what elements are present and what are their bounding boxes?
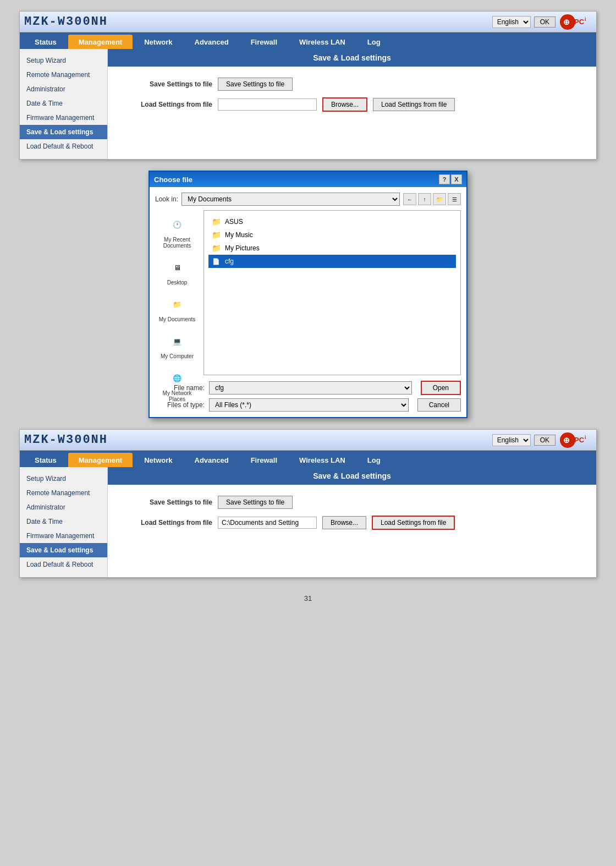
ok-button-1[interactable]: OK xyxy=(534,17,556,28)
page-number: 31 xyxy=(304,594,312,602)
browse-button-2[interactable]: Browse... xyxy=(322,516,366,529)
tab-management-2[interactable]: Management xyxy=(68,453,133,467)
shortcut-mydocs[interactable]: 📁 My Documents xyxy=(159,294,196,322)
tab-log-2[interactable]: Log xyxy=(357,453,391,467)
desktop-label: Desktop xyxy=(167,279,188,286)
filetype-select[interactable]: All Files (*.*) xyxy=(209,398,409,412)
tab-firewall-2[interactable]: Firewall xyxy=(240,453,288,467)
file-label-cfg: cfg xyxy=(225,257,234,265)
dialog-help-button[interactable]: ? xyxy=(439,174,450,184)
save-settings-button-2[interactable]: Save Settings to file xyxy=(218,496,293,509)
router-header-2: MZK-W300NH English OK ⊕ PC i xyxy=(20,430,596,451)
sidebar-item-admin-2[interactable]: Administrator xyxy=(20,500,107,514)
load-settings-input-1[interactable] xyxy=(218,98,317,111)
content-title-1: Save & Load settings xyxy=(108,49,596,67)
nav-back-icon[interactable]: ← xyxy=(403,193,416,205)
svg-text:PC: PC xyxy=(574,436,585,444)
mycomp-label: My Computer xyxy=(161,353,194,359)
file-label-asus: ASUS xyxy=(225,218,243,226)
dialog-sidebar: 🕐 My RecentDocuments 🖥 Desktop 📁 My Docu… xyxy=(155,210,199,375)
lookin-select[interactable]: My Documents xyxy=(182,193,400,206)
sidebar-item-setup-1[interactable]: Setup Wizard xyxy=(20,53,107,68)
shortcut-recent[interactable]: 🕐 My RecentDocuments xyxy=(163,215,191,249)
sidebar-item-firmware-1[interactable]: Firmware Management xyxy=(20,111,107,125)
load-settings-input-2[interactable] xyxy=(218,517,317,529)
sidebar-item-loaddefault-2[interactable]: Load Default & Reboot xyxy=(20,557,107,572)
router-header-1: MZK-W300NH English OK ⊕ PC i xyxy=(20,12,596,32)
dialog-action-col-2: Cancel xyxy=(417,398,461,412)
tab-advanced-2[interactable]: Advanced xyxy=(184,453,239,467)
router-panel-1: MZK-W300NH English OK ⊕ PC i Status Mana… xyxy=(19,11,597,160)
brand-logo-2: ⊕ PC i xyxy=(559,431,592,449)
nav-up-icon[interactable]: ↑ xyxy=(418,193,431,205)
tab-log-1[interactable]: Log xyxy=(357,35,391,49)
dialog-bottom: File name: cfg Open Files of type: All F… xyxy=(155,381,461,412)
filename-row: File name: cfg Open xyxy=(155,381,461,395)
filename-select[interactable]: cfg xyxy=(209,381,412,394)
dialog-overlay: Choose file ? X Look in: My Documents ← … xyxy=(19,171,597,418)
sidebar-item-loaddefault-1[interactable]: Load Default & Reboot xyxy=(20,139,107,154)
dialog-body: Look in: My Documents ← ↑ 📁 ☰ 🕐 My Re xyxy=(150,187,466,417)
content-body-1: Save Settings to file Save Settings to f… xyxy=(108,67,596,129)
load-settings-button-1[interactable]: Load Settings from file xyxy=(373,98,455,111)
file-item-pictures[interactable]: 📁 My Pictures xyxy=(208,242,456,255)
sidebar-1: Setup Wizard Remote Management Administr… xyxy=(20,49,108,159)
tab-network-1[interactable]: Network xyxy=(134,35,183,49)
svg-text:⊕: ⊕ xyxy=(563,18,570,26)
dialog-toolbar-icons: ← ↑ 📁 ☰ xyxy=(403,193,461,205)
sidebar-item-firmware-2[interactable]: Firmware Management xyxy=(20,529,107,543)
dialog-filelist[interactable]: 📁 ASUS 📁 My Music 📁 My Pictures 📄 cfg xyxy=(204,210,461,375)
desktop-icon: 🖥 xyxy=(167,257,187,277)
recent-label: My RecentDocuments xyxy=(163,237,191,249)
sidebar-item-datetime-1[interactable]: Date & Time xyxy=(20,96,107,111)
sidebar-item-admin-1[interactable]: Administrator xyxy=(20,82,107,96)
open-button[interactable]: Open xyxy=(421,381,461,395)
save-settings-label-1: Save Settings to file xyxy=(124,80,212,88)
file-icon-cfg: 📄 xyxy=(211,256,222,267)
file-item-asus[interactable]: 📁 ASUS xyxy=(208,215,456,228)
tab-wireless-1[interactable]: Wireless LAN xyxy=(289,35,356,49)
sidebar-item-remote-2[interactable]: Remote Management xyxy=(20,486,107,500)
lang-select-1[interactable]: English xyxy=(492,16,531,28)
folder-icon-music: 📁 xyxy=(211,229,222,240)
pci-logo-icon: ⊕ PC i xyxy=(559,13,592,31)
shortcut-mycomp[interactable]: 💻 My Computer xyxy=(161,331,194,359)
nav-tabs-2: Status Management Network Advanced Firew… xyxy=(20,451,596,467)
new-folder-icon[interactable]: 📁 xyxy=(433,193,446,205)
tab-advanced-1[interactable]: Advanced xyxy=(184,35,239,49)
view-toggle-icon[interactable]: ☰ xyxy=(448,193,461,205)
sidebar-item-setup-2[interactable]: Setup Wizard xyxy=(20,472,107,486)
lang-select-2[interactable]: English xyxy=(492,434,531,446)
sidebar-item-datetime-2[interactable]: Date & Time xyxy=(20,514,107,529)
save-settings-button-1[interactable]: Save Settings to file xyxy=(218,78,293,91)
sidebar-item-remote-1[interactable]: Remote Management xyxy=(20,68,107,82)
svg-text:i: i xyxy=(585,17,586,22)
mycomp-icon: 💻 xyxy=(167,331,187,351)
save-settings-row-2: Save Settings to file Save Settings to f… xyxy=(124,496,580,509)
tab-network-2[interactable]: Network xyxy=(134,453,183,467)
sidebar-item-save-1[interactable]: Save & Load settings xyxy=(20,125,107,139)
router-logo-2: MZK-W300NH xyxy=(24,433,108,447)
ok-button-2[interactable]: OK xyxy=(534,435,556,446)
tab-status-2[interactable]: Status xyxy=(24,453,67,467)
tab-firewall-1[interactable]: Firewall xyxy=(240,35,288,49)
load-settings-button-2[interactable]: Load Settings from file xyxy=(372,516,455,530)
pci-logo-icon-2: ⊕ PC i xyxy=(559,431,592,449)
dialog-close-button[interactable]: X xyxy=(451,174,462,184)
save-settings-row-1: Save Settings to file Save Settings to f… xyxy=(124,78,580,91)
cancel-button[interactable]: Cancel xyxy=(417,398,461,412)
content-title-2: Save & Load settings xyxy=(108,467,596,485)
header-right-2: English OK ⊕ PC i xyxy=(492,431,592,449)
shortcut-desktop[interactable]: 🖥 Desktop xyxy=(167,257,188,286)
router-panel-2: MZK-W300NH English OK ⊕ PC i Status Mana… xyxy=(19,429,597,578)
file-item-cfg[interactable]: 📄 cfg xyxy=(208,255,456,268)
recent-icon: 🕐 xyxy=(167,215,187,234)
tab-wireless-2[interactable]: Wireless LAN xyxy=(289,453,356,467)
filename-label: File name: xyxy=(155,384,205,392)
browse-button-1[interactable]: Browse... xyxy=(322,97,367,112)
tab-management-1[interactable]: Management xyxy=(68,35,133,49)
file-item-music[interactable]: 📁 My Music xyxy=(208,228,456,242)
mydocs-label: My Documents xyxy=(159,316,196,322)
tab-status-1[interactable]: Status xyxy=(24,35,67,49)
sidebar-item-save-2[interactable]: Save & Load settings xyxy=(20,543,107,557)
